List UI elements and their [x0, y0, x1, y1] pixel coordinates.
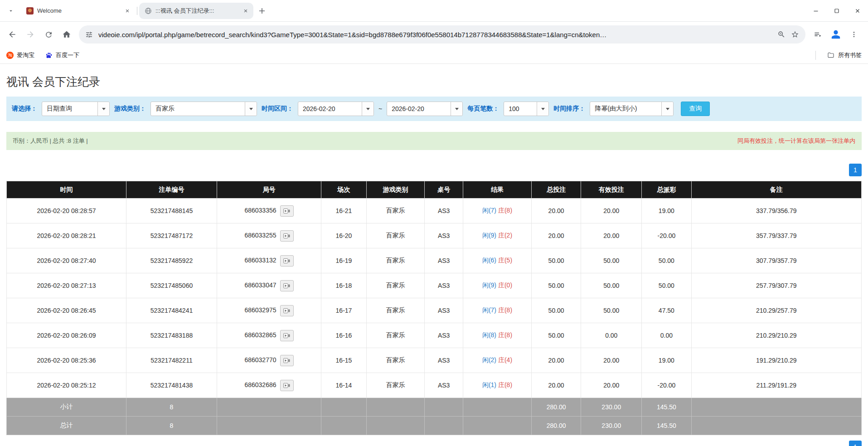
- cell-payout: 19.00: [642, 199, 691, 223]
- round-replay-button[interactable]: [280, 330, 294, 341]
- browser-toolbar: videoie.com/ipl/portal.php/game/betrecor…: [0, 22, 868, 47]
- cell-valid-bet: 20.00: [581, 348, 642, 373]
- footer-empty-cell: [691, 398, 861, 417]
- result-banker: 庄(8): [498, 306, 512, 314]
- cell-total-bet[interactable]: 20.00: [531, 373, 581, 398]
- game-type-select[interactable]: 百家乐: [150, 102, 257, 116]
- cell-total-bet[interactable]: 20.00: [531, 223, 581, 248]
- cell-result: 闲(6) 庄(5): [463, 248, 532, 273]
- cell-total-bet[interactable]: 50.00: [531, 248, 581, 273]
- round-replay-button[interactable]: [280, 355, 294, 366]
- cell-valid-bet: 50.00: [581, 248, 642, 273]
- page-content: 视讯 会员下注纪录 请选择： 日期查询 游戏类别： 百家乐 时间区间： 2026…: [0, 75, 868, 446]
- address-bar[interactable]: videoie.com/ipl/portal.php/game/betrecor…: [79, 25, 805, 44]
- tab-close-icon[interactable]: [123, 7, 131, 15]
- tab-divider: [137, 7, 137, 15]
- footer-count: 8: [126, 417, 217, 435]
- cell-game-type: 百家乐: [366, 348, 424, 373]
- new-tab-button[interactable]: [255, 4, 269, 18]
- round-replay-button[interactable]: [280, 230, 294, 242]
- chevron-down-icon[interactable]: [97, 102, 109, 116]
- date-from-select[interactable]: 2026-02-20: [298, 102, 374, 116]
- result-player: 闲(9): [482, 232, 496, 239]
- footer-total-bet: 280.00: [531, 398, 581, 417]
- cell-total-bet[interactable]: 50.00: [531, 273, 581, 298]
- result-banker: 庄(8): [498, 381, 512, 388]
- all-bookmarks-button[interactable]: 所有书签: [827, 51, 862, 59]
- close-button[interactable]: [847, 0, 868, 21]
- round-replay-button[interactable]: [280, 380, 294, 391]
- cell-session: 16-20: [321, 223, 367, 248]
- browser-window: Welcome :::视讯 会员下注纪录:::: [0, 0, 868, 64]
- home-button[interactable]: [58, 26, 75, 43]
- date-range-label: 时间区间：: [262, 105, 293, 113]
- video-replay-icon: [283, 258, 290, 264]
- round-replay-button[interactable]: [280, 205, 294, 217]
- result-banker: 庄(0): [498, 281, 512, 289]
- back-button[interactable]: [4, 26, 21, 43]
- cell-total-bet[interactable]: 50.00: [531, 298, 581, 323]
- tab-title: :::视讯 会员下注纪录:::: [155, 7, 238, 15]
- cell-time: 2026-02-20 08:25:36: [7, 348, 126, 373]
- cell-table-no: AS3: [425, 298, 463, 323]
- footer-empty-cell: [217, 398, 321, 417]
- minimize-button[interactable]: [805, 0, 826, 21]
- round-replay-button[interactable]: [280, 255, 294, 267]
- result-banker: 庄(2): [498, 232, 512, 239]
- cell-table-no: AS3: [425, 223, 463, 248]
- column-header: 结果: [463, 181, 532, 199]
- cell-time: 2026-02-20 08:27:40: [7, 248, 126, 273]
- bookmark-star-icon[interactable]: [791, 30, 799, 39]
- date-to-select[interactable]: 2026-02-20: [387, 102, 463, 116]
- round-number: 686032686: [244, 381, 276, 388]
- cell-note: 357.79/337.79: [691, 223, 861, 248]
- cell-payout: 50.00: [642, 248, 691, 273]
- filter-bar: 请选择： 日期查询 游戏类别： 百家乐 时间区间： 2026-02-20 ~ 2…: [6, 97, 862, 121]
- chevron-down-icon: [8, 8, 14, 14]
- round-replay-button[interactable]: [280, 280, 294, 291]
- bookmark-aitaobao[interactable]: 淘 爱淘宝: [6, 51, 34, 59]
- chevron-down-icon[interactable]: [537, 102, 548, 116]
- tab-close-icon[interactable]: [242, 7, 250, 15]
- tab-betrecord[interactable]: :::视讯 会员下注纪录:::: [139, 3, 253, 19]
- cell-total-bet[interactable]: 50.00: [531, 323, 581, 348]
- chevron-down-icon[interactable]: [245, 102, 257, 116]
- tab-search-button[interactable]: [5, 5, 17, 17]
- pagination-bottom: 1: [6, 441, 862, 446]
- person-icon: [831, 29, 841, 39]
- tab-welcome[interactable]: Welcome: [21, 3, 135, 19]
- result-player: 闲(7): [482, 306, 496, 314]
- maximize-button[interactable]: [826, 0, 847, 21]
- search-button[interactable]: 查询: [681, 102, 710, 116]
- forward-button[interactable]: [22, 26, 39, 43]
- chevron-down-icon[interactable]: [661, 102, 673, 116]
- cell-total-bet[interactable]: 20.00: [531, 348, 581, 373]
- page-size-value: 100: [504, 102, 537, 116]
- footer-total-bet: 280.00: [531, 417, 581, 435]
- table-row: 2026-02-20 08:28:57523217488145686033356…: [7, 199, 862, 223]
- table-row: 2026-02-20 08:27:13523217485060686033047…: [7, 273, 862, 298]
- sort-select[interactable]: 降幂(由大到小): [590, 102, 674, 116]
- column-header: 总投注: [531, 181, 581, 199]
- round-replay-button[interactable]: [280, 305, 294, 316]
- cell-bet-id: 523217484241: [126, 298, 217, 323]
- refresh-button[interactable]: [40, 26, 57, 43]
- cell-bet-id: 523217481438: [126, 373, 217, 398]
- site-info-icon[interactable]: [85, 31, 93, 39]
- bookmark-baidu[interactable]: 百度一下: [45, 51, 79, 59]
- chevron-down-icon[interactable]: [362, 102, 373, 116]
- media-controls-button[interactable]: [809, 26, 826, 43]
- column-header: 局号: [217, 181, 321, 199]
- page-1-button[interactable]: 1: [849, 164, 862, 176]
- cell-round: 686032770: [217, 348, 321, 373]
- menu-button[interactable]: [845, 26, 863, 43]
- page-size-select[interactable]: 100: [504, 102, 549, 116]
- profile-avatar[interactable]: [827, 26, 844, 43]
- cell-note: 210.29/210.29: [691, 323, 861, 348]
- cell-total-bet[interactable]: 20.00: [531, 199, 581, 223]
- page-1-button[interactable]: 1: [849, 441, 862, 446]
- result-banker: 庄(8): [498, 331, 512, 339]
- chevron-down-icon[interactable]: [451, 102, 462, 116]
- query-type-select[interactable]: 日期查询: [42, 102, 110, 116]
- zoom-icon[interactable]: [777, 30, 786, 39]
